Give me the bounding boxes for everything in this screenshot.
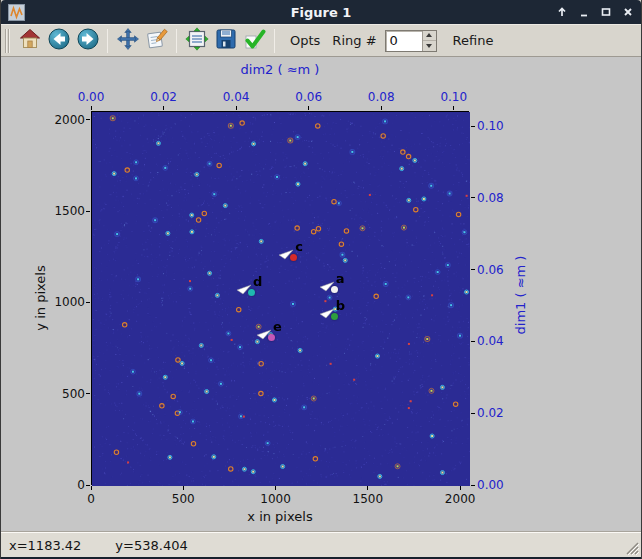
top-tick-label: 0.10 [432,90,476,104]
y-tick-label: 0 [43,478,85,492]
right-tick-label: 0.02 [477,406,517,420]
top-tick-label: 0.06 [287,90,331,104]
x-axis-label: x in pixels [91,509,469,524]
right-tick-label: 0.08 [477,191,517,205]
spin-down-button[interactable] [423,41,436,51]
home-icon [18,27,42,55]
shade-button[interactable] [555,6,568,19]
y-tick-label: 500 [43,387,85,401]
edit-pencil-icon [145,27,169,55]
toolbar-separator [176,29,177,53]
top-tick [308,106,309,110]
spin-down-icon [426,44,432,48]
spin-up-button[interactable] [423,31,436,42]
right-tick-label: 0.06 [477,263,517,277]
y-tick-label: 2000 [43,113,85,127]
x-tick-label: 0 [71,492,111,506]
y-tick-label: 1500 [43,204,85,218]
ring-number-value: 0 [386,31,422,51]
top-tick-label: 0.00 [69,90,113,104]
opts-button[interactable]: Opts [288,29,322,52]
top-tick-label: 0.02 [142,90,186,104]
pan-button[interactable] [113,27,142,55]
x-tick [367,486,368,490]
right-tick [471,341,475,342]
y-tick-label: 1000 [43,295,85,309]
right-axis-label: dim1 ( ≈m ) [513,256,528,335]
customize-button[interactable] [142,27,171,55]
x-tick [275,486,276,490]
toolbar-separator [107,29,108,53]
forward-arrow-icon [76,27,100,55]
cursor-x-readout: x=1183.42 [9,538,81,553]
x-tick [91,486,92,490]
toolbar: Opts Ring # 0 Refine [1,24,641,57]
back-arrow-icon [47,27,71,55]
top-axis-label: dim2 ( ≈m ) [91,62,469,77]
forward-button[interactable] [73,27,102,55]
y-axis-label: y in pixels [33,265,48,330]
subplots-grid-icon [185,27,209,55]
y-tick [86,393,90,394]
window-title: Figure 1 [1,5,641,20]
x-tick-label: 1000 [256,492,296,506]
matplotlib-logo-icon [8,4,25,21]
top-tick [381,106,382,110]
figure-window: Figure 1 [0,0,642,559]
x-tick-label: 2000 [440,492,480,506]
spin-up-icon [426,33,432,37]
minimize-button[interactable] [577,6,590,19]
home-button[interactable] [15,27,44,55]
top-tick-label: 0.08 [359,90,403,104]
titlebar[interactable]: Figure 1 [1,0,641,24]
close-button[interactable] [621,6,634,19]
green-check-icon [243,27,267,55]
y-tick [86,211,90,212]
maximize-button[interactable] [599,6,612,19]
diffraction-image[interactable] [92,112,470,486]
resize-grip[interactable] [625,541,639,555]
x-tick [460,486,461,490]
right-tick [471,269,475,270]
statusbar: x=1183.42 y=538.404 [1,532,641,557]
figure-canvas: dim2 ( ≈m ) 0500100015002000050010001500… [1,57,641,532]
ring-number-spinbox[interactable]: 0 [385,30,437,52]
x-tick [183,486,184,490]
x-tick-label: 500 [163,492,203,506]
top-tick [163,106,164,110]
y-tick [86,119,90,120]
save-floppy-icon [214,27,238,55]
top-tick [91,106,92,110]
x-tick-label: 1500 [348,492,388,506]
right-tick [471,485,475,486]
toolbar-separator [274,29,275,53]
plot-area[interactable]: abcde [91,111,469,485]
top-tick [236,106,237,110]
right-tick-label: 0.04 [477,334,517,348]
apply-button[interactable] [240,27,269,55]
right-tick-label: 0.00 [477,478,517,492]
top-tick-label: 0.04 [214,90,258,104]
pan-move-icon [116,27,140,55]
save-button[interactable] [211,27,240,55]
y-tick [86,485,90,486]
right-tick [471,413,475,414]
right-tick-label: 0.10 [477,119,517,133]
ring-number-label: Ring # [330,29,378,52]
refine-button[interactable]: Refine [451,29,496,52]
back-button[interactable] [44,27,73,55]
configure-subplots-button[interactable] [182,27,211,55]
cursor-y-readout: y=538.404 [115,538,187,553]
right-tick [471,126,475,127]
y-tick [86,302,90,303]
toolbar-grip[interactable] [5,29,11,53]
top-tick [453,106,454,110]
right-tick [471,197,475,198]
